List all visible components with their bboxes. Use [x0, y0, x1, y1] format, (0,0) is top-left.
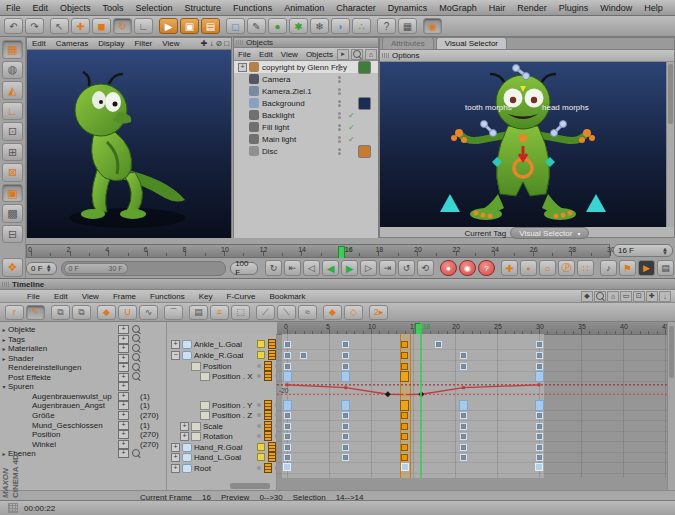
animation-toggle[interactable] — [268, 339, 276, 349]
filter-box-icon[interactable]: + — [118, 335, 129, 344]
toggle-dot[interactable] — [257, 403, 261, 407]
category-row[interactable]: ▸Shader+ — [0, 354, 167, 363]
coordinate-system-icon[interactable]: ∟ — [134, 18, 153, 34]
dolly-view-icon[interactable]: ↓ — [209, 39, 213, 48]
visibility-dots[interactable] — [338, 100, 341, 107]
add-modeling-icon[interactable]: ✱ — [289, 18, 308, 34]
keyframe[interactable] — [536, 352, 543, 359]
material-thumbnail[interactable] — [358, 61, 371, 74]
autokey-button[interactable]: ◉ — [459, 260, 476, 276]
filter-box-icon[interactable]: + — [118, 430, 129, 439]
curve-soft-icon[interactable]: ⌒ — [164, 305, 183, 320]
keyframe[interactable] — [342, 423, 349, 430]
zoom-icon[interactable] — [594, 291, 606, 302]
scale-icon[interactable]: ◼ — [92, 18, 111, 34]
viewport-menu-filter[interactable]: Filter — [129, 39, 157, 48]
toggle-dot[interactable] — [257, 466, 261, 470]
redo-icon[interactable]: ↷ — [25, 18, 44, 34]
keyframe[interactable] — [284, 341, 291, 348]
next-key-button[interactable]: ▷ — [360, 260, 377, 276]
texture-mode-icon[interactable]: ▣ — [2, 184, 23, 203]
keyframe[interactable] — [284, 454, 291, 461]
link-icon[interactable]: ⧉ — [51, 305, 70, 320]
keyframe[interactable] — [341, 400, 350, 411]
tab-visual-selector[interactable]: Visual Selector — [436, 37, 507, 49]
layer-color-swatch[interactable] — [257, 453, 265, 461]
options-menu[interactable]: Options — [392, 51, 420, 60]
track-toggles[interactable] — [257, 431, 279, 441]
keyframe[interactable] — [401, 363, 408, 370]
object-row[interactable]: Camera — [234, 73, 378, 85]
keyframe[interactable] — [342, 454, 349, 461]
keyframe[interactable] — [460, 363, 467, 370]
make-editable-icon[interactable]: ▦ — [2, 40, 23, 59]
objects-menu-view[interactable]: View — [277, 50, 302, 59]
home-icon[interactable]: ⌂ — [607, 291, 619, 302]
goto-end-button[interactable]: ⇥ — [379, 260, 396, 276]
keyframe[interactable] — [284, 412, 291, 419]
keyframe[interactable] — [460, 454, 467, 461]
viewport-menu-cameras[interactable]: Cameras — [51, 39, 93, 48]
search-icon[interactable] — [132, 363, 140, 373]
toggle-view-icon[interactable]: □ — [224, 39, 229, 48]
tangent-linear-icon[interactable]: ⟋ — [256, 305, 275, 320]
keyframe[interactable] — [284, 352, 291, 359]
keyframe[interactable] — [342, 363, 349, 370]
filter-box-icon[interactable]: + — [118, 440, 129, 449]
objects-menu-objects[interactable]: Objects — [302, 50, 337, 59]
material-thumbnail[interactable] — [358, 145, 371, 158]
viewport-canvas[interactable] — [27, 50, 231, 238]
category-row[interactable]: Post Effekte+ — [0, 373, 167, 382]
tree-arrow-icon[interactable]: ▸ — [0, 326, 8, 333]
selector-scrollbar[interactable] — [666, 62, 674, 227]
render-settings-icon[interactable]: ▤ — [201, 18, 220, 34]
toggle-dot[interactable] — [257, 374, 261, 378]
visibility-dots[interactable] — [338, 76, 341, 83]
loop-refresh-button[interactable]: ↻ — [265, 260, 282, 276]
timeline-menu-key[interactable]: Key — [192, 292, 220, 301]
track-row[interactable]: Position . Z — [189, 410, 252, 420]
track-toggles[interactable] — [257, 410, 279, 420]
menu-hair[interactable]: Hair — [483, 3, 512, 13]
dopesheet-playhead[interactable] — [420, 322, 422, 478]
frame-selected-icon[interactable]: ⊡ — [633, 291, 645, 302]
preview-range-handle[interactable]: 0 F30 F — [64, 263, 128, 274]
spreadsheet-icon[interactable]: ▦ — [398, 18, 417, 34]
keyframe[interactable] — [401, 454, 408, 461]
help-cursor-icon[interactable]: ? — [377, 18, 396, 34]
track-row[interactable]: +Hand_R.Goal — [171, 442, 242, 452]
key-rotation-button[interactable]: ○ — [539, 260, 556, 276]
keyframe[interactable] — [284, 423, 291, 430]
dopesheet[interactable]: 05101520253035404516-20 — [277, 322, 668, 490]
timeline-menu-view[interactable]: View — [75, 292, 106, 301]
visual-selector-canvas[interactable]: tooth morphs head morphs — [380, 62, 667, 227]
menu-edit[interactable]: Edit — [27, 3, 55, 13]
keyframe[interactable] — [284, 444, 291, 451]
curve-key[interactable] — [462, 386, 465, 389]
search-icon[interactable] — [132, 325, 140, 335]
add-symmetry-icon[interactable]: ❄ — [310, 18, 329, 34]
edges-mode-icon[interactable]: ⊞ — [2, 143, 23, 162]
snapshot-icon[interactable]: ▤ — [189, 305, 208, 320]
key-scale-button[interactable]: ▪ — [520, 260, 537, 276]
category-row[interactable]: Augenbrauenwulst_up+(1) — [0, 392, 191, 401]
main-timeline-ruler[interactable]: 024681012141820222426283016 — [26, 244, 610, 258]
key-del-icon[interactable]: ◇ — [344, 305, 363, 320]
expand-icon[interactable]: + — [180, 422, 189, 431]
goto-start-button[interactable]: ⇤ — [284, 260, 301, 276]
object-row[interactable]: Fill light✓ — [234, 121, 378, 133]
track-row[interactable]: +Hand_L.Goal — [171, 452, 241, 462]
dopesheet-body[interactable]: -20 — [277, 334, 668, 490]
object-axis-icon[interactable]: ◭ — [2, 81, 23, 100]
keyframe[interactable] — [283, 463, 291, 471]
filter-box-icon[interactable]: + — [118, 363, 129, 372]
menu-file[interactable]: File — [0, 3, 27, 13]
key-clamp-icon[interactable]: ◆ — [97, 305, 116, 320]
keyframe[interactable] — [460, 423, 467, 430]
category-row[interactable]: ▸Objekte+ — [0, 325, 167, 334]
keyframe[interactable] — [460, 433, 467, 440]
category-row[interactable]: ▸Materialien+ — [0, 344, 167, 353]
preview-range-slider[interactable]: 0 F30 F — [61, 261, 227, 276]
tree-arrow-icon[interactable]: ▸ — [0, 336, 8, 343]
layer-color-swatch[interactable] — [257, 351, 265, 359]
